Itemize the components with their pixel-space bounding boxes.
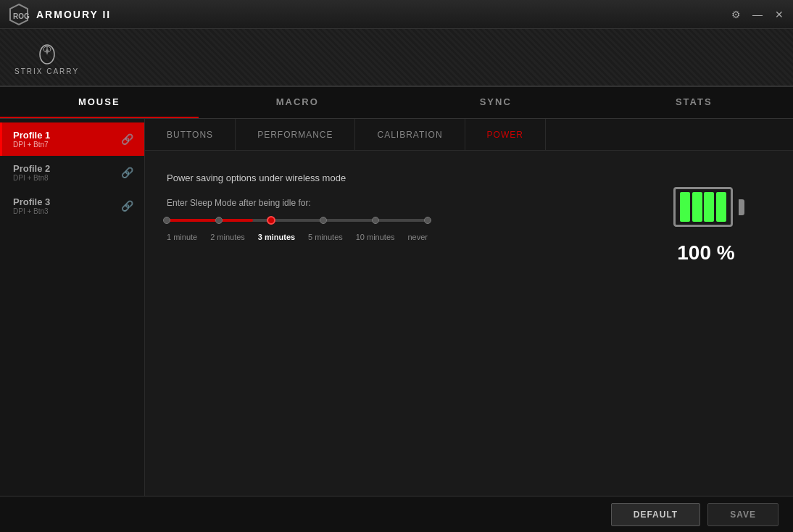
profile1-sub: DPI + Btn7: [13, 141, 50, 149]
footer: DEFAULT SAVE: [0, 496, 793, 532]
profile2-link-icon: 🔗: [121, 167, 133, 178]
subtab-buttons[interactable]: BUTTONS: [145, 119, 236, 150]
tick-never: never: [407, 233, 428, 241]
titlebar-controls: ⚙ — ✕: [729, 8, 786, 21]
battery-body: [673, 187, 733, 227]
save-button[interactable]: SAVE: [707, 503, 779, 526]
slider-node-3[interactable]: [320, 217, 327, 224]
profile1-link-icon: 🔗: [121, 133, 133, 145]
battery-percent: 100 %: [677, 241, 734, 265]
battery-section: 100 %: [641, 173, 771, 474]
tick-5min: 5 minutes: [308, 233, 343, 241]
slider-labels: 1 minute 2 minutes 3 minutes 5 minutes 1…: [167, 233, 428, 241]
slider-track: [167, 219, 428, 222]
tab-mouse[interactable]: MOUSE: [0, 87, 199, 118]
profile3-link-icon: 🔗: [121, 200, 133, 212]
tick-1min: 1 minute: [167, 233, 197, 241]
content: Profile 1 DPI + Btn7 🔗 Profile 2 DPI + B…: [0, 119, 793, 496]
profile3-sub: DPI + Btn3: [13, 207, 50, 215]
device-header: STRIX CARRY: [0, 29, 793, 87]
profile2-sub: DPI + Btn8: [13, 174, 50, 182]
svg-point-5: [46, 49, 49, 52]
profile3-name: Profile 3: [13, 196, 50, 207]
tab-stats[interactable]: STATS: [595, 87, 794, 118]
device-info: STRIX CARRY: [14, 40, 79, 75]
slider-node-0[interactable]: [163, 217, 170, 224]
svg-text:ROG: ROG: [13, 12, 30, 20]
battery-tip: [739, 199, 744, 215]
sidebar-item-profile1[interactable]: Profile 1 DPI + Btn7 🔗: [0, 122, 144, 156]
power-section: Power saving options under wireless mode…: [167, 173, 612, 474]
main-nav: MOUSE MACRO SYNC STATS: [0, 87, 793, 119]
slider-node-5[interactable]: [424, 217, 431, 224]
subtab-calibration[interactable]: CALIBRATION: [355, 119, 465, 150]
tick-2min: 2 minutes: [210, 233, 245, 241]
right-panel: BUTTONS PERFORMANCE CALIBRATION POWER Po…: [145, 119, 793, 496]
close-button[interactable]: ✕: [773, 8, 786, 21]
slider-node-4[interactable]: [372, 217, 379, 224]
tab-macro[interactable]: MACRO: [199, 87, 397, 118]
battery-bar-2: [692, 192, 702, 222]
sleep-label: Enter Sleep Mode after being idle for:: [167, 198, 612, 208]
tab-sync[interactable]: SYNC: [396, 87, 595, 118]
titlebar-logo: ROG ARMOURY II: [7, 3, 111, 26]
slider-node-1[interactable]: [215, 217, 223, 224]
profile1-name: Profile 1: [13, 130, 50, 141]
device-icon: [34, 40, 60, 66]
subtab-power[interactable]: POWER: [465, 119, 546, 150]
sidebar-item-profile3[interactable]: Profile 3 DPI + Btn3 🔗: [0, 189, 144, 223]
default-button[interactable]: DEFAULT: [611, 503, 700, 526]
section-title: Power saving options under wireless mode: [167, 173, 612, 183]
settings-button[interactable]: ⚙: [729, 8, 742, 21]
minimize-button[interactable]: —: [751, 8, 764, 21]
titlebar: ROG ARMOURY II ⚙ — ✕: [0, 0, 793, 29]
slider-node-2[interactable]: [267, 216, 275, 225]
sidebar: Profile 1 DPI + Btn7 🔗 Profile 2 DPI + B…: [0, 119, 145, 496]
sidebar-item-profile2[interactable]: Profile 2 DPI + Btn8 🔗: [0, 156, 144, 189]
battery-bar-3: [704, 192, 714, 222]
profile2-name: Profile 2: [13, 163, 50, 174]
tick-10min: 10 minutes: [356, 233, 395, 241]
app-title: ARMOURY II: [36, 9, 111, 20]
battery-bar-1: [680, 192, 690, 222]
battery-bar-4: [716, 192, 726, 222]
main-content: Power saving options under wireless mode…: [145, 151, 793, 496]
sleep-slider[interactable]: [167, 219, 428, 222]
device-name: STRIX CARRY: [14, 67, 79, 75]
rog-logo-icon: ROG: [7, 3, 30, 26]
battery-icon: [673, 187, 739, 227]
sub-nav: BUTTONS PERFORMANCE CALIBRATION POWER: [145, 119, 793, 151]
tick-3min: 3 minutes: [258, 233, 295, 241]
subtab-performance[interactable]: PERFORMANCE: [236, 119, 355, 150]
